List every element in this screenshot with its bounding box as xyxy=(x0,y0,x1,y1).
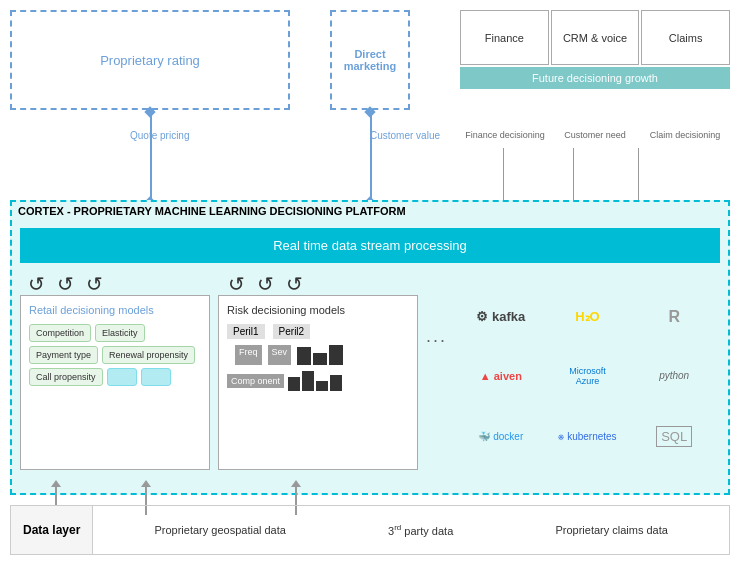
retail-tags: Competition Elasticity Payment type Rene… xyxy=(29,324,201,386)
aiven-logo: ▲ aiven xyxy=(480,370,522,382)
retail-tag-teal-2 xyxy=(141,368,171,386)
data-layer: Data layer Proprietary geospatial data 3… xyxy=(10,505,730,555)
connector-future-2 xyxy=(573,148,574,203)
finance-decisioning-label: Finance decisioning xyxy=(460,130,550,141)
cycle-icons-risk: ↺ ↺ ↺ xyxy=(228,272,303,296)
third-party-item: 3rd party data xyxy=(388,523,453,537)
future-decisioning-banner: Future decisioning growth xyxy=(460,67,730,89)
cycle-icons-retail: ↺ ↺ ↺ xyxy=(28,272,103,296)
bar-2 xyxy=(313,353,327,365)
comp-bar-4 xyxy=(330,375,342,391)
retail-tag-teal-1 xyxy=(107,368,137,386)
customer-value-label: Customer value xyxy=(370,130,440,141)
h2o-logo: H₂O xyxy=(575,309,600,324)
comp-bar-2 xyxy=(302,371,314,391)
comp-bar-3 xyxy=(316,381,328,391)
ellipsis: ··· xyxy=(426,330,447,351)
risk-title: Risk decisioning models xyxy=(227,304,409,316)
data-layer-items: Proprietary geospatial data 3rd party da… xyxy=(93,523,729,537)
quote-pricing-label: Quote pricing xyxy=(130,130,189,141)
comp-row: Comp onent xyxy=(227,371,409,391)
future-box-finance: Finance xyxy=(460,10,549,65)
retail-box: Retail decisioning models Competition El… xyxy=(20,295,210,470)
azure-logo: MicrosoftAzure xyxy=(569,366,606,386)
vertical-labels: Finance decisioning Customer need Claim … xyxy=(460,130,730,141)
connector-future-3 xyxy=(638,148,639,203)
future-section: Finance CRM & voice Claims Future decisi… xyxy=(460,10,730,89)
sev-label: Sev xyxy=(268,345,292,365)
bar-3 xyxy=(329,345,343,365)
kubernetes-logo: ⎈ kubernetes xyxy=(558,431,616,442)
claims-data-item: Proprietary claims data xyxy=(555,524,668,536)
r-logo: R xyxy=(668,308,680,326)
retail-tag-competition: Competition xyxy=(29,324,91,342)
direct-marketing-label: Direct marketing xyxy=(337,48,403,72)
retail-tag-renewal: Renewal propensity xyxy=(102,346,195,364)
cycle-icon-4: ↺ xyxy=(228,272,245,296)
bar-1 xyxy=(297,347,311,365)
python-logo: python xyxy=(659,370,689,381)
claim-decisioning-label: Claim decisioning xyxy=(640,130,730,141)
comp-bar-1 xyxy=(288,377,300,391)
cycle-icon-5: ↺ xyxy=(257,272,274,296)
cycle-icon-2: ↺ xyxy=(57,272,74,296)
docker-logo: 🐳 docker xyxy=(478,431,523,442)
sql-logo: SQL xyxy=(656,426,692,447)
connector-direct-mkt xyxy=(370,112,372,202)
prop-rating-label: Proprietary rating xyxy=(100,53,200,68)
cortex-name: CORTEX xyxy=(18,205,64,217)
future-box-crm: CRM & voice xyxy=(551,10,640,65)
risk-box: Risk decisioning models Peril1 Peril2 Fr… xyxy=(218,295,418,470)
cycle-icon-3: ↺ xyxy=(86,272,103,296)
future-boxes-row: Finance CRM & voice Claims xyxy=(460,10,730,65)
retail-tag-elasticity: Elasticity xyxy=(95,324,145,342)
realtime-label: Real time data stream processing xyxy=(273,238,467,253)
connector-prop-rating xyxy=(150,112,152,202)
cycle-icon-6: ↺ xyxy=(286,272,303,296)
realtime-bar: Real time data stream processing xyxy=(20,228,720,263)
retail-tag-call: Call propensity xyxy=(29,368,103,386)
freq-label: Freq xyxy=(235,345,262,365)
direct-marketing-box: Direct marketing xyxy=(330,10,410,110)
data-layer-label: Data layer xyxy=(11,506,93,554)
retail-title: Retail decisioning models xyxy=(29,304,201,316)
tech-logos: ⚙ kafka H₂O R ▲ aiven MicrosoftAzure pyt… xyxy=(455,285,720,470)
cortex-subtitle: - PROPRIETARY MACHINE LEARNING DECISIONI… xyxy=(64,205,406,217)
prop-rating-box: Proprietary rating xyxy=(10,10,290,110)
future-box-claims: Claims xyxy=(641,10,730,65)
peril2-label: Peril2 xyxy=(273,324,311,339)
cycle-icon-1: ↺ xyxy=(28,272,45,296)
peril-row: Peril1 Peril2 xyxy=(227,324,409,339)
geo-data-item: Proprietary geospatial data xyxy=(154,524,285,536)
comp-label: Comp onent xyxy=(227,374,284,388)
connector-future-1 xyxy=(503,148,504,203)
kafka-logo: ⚙ kafka xyxy=(476,309,525,324)
cortex-title: CORTEX - PROPRIETARY MACHINE LEARNING DE… xyxy=(18,205,406,217)
diagram-container: Proprietary rating Direct marketing Fina… xyxy=(0,0,747,583)
customer-need-label: Customer need xyxy=(550,130,640,141)
retail-tag-payment: Payment type xyxy=(29,346,98,364)
freq-sev-row: Freq Sev xyxy=(235,345,409,365)
peril1-label: Peril1 xyxy=(227,324,265,339)
